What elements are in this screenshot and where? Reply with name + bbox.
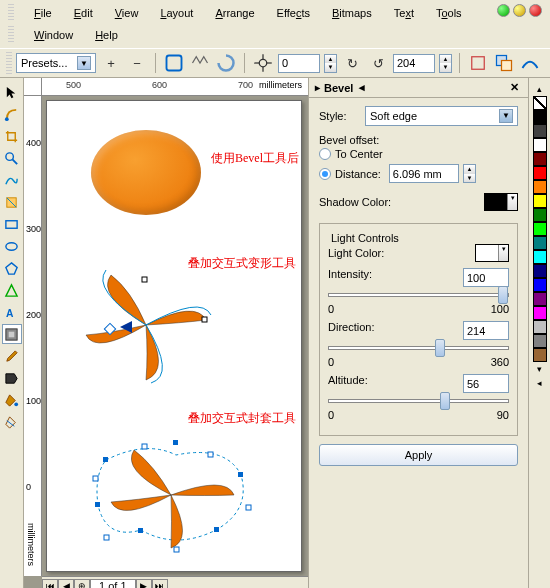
color-swatch[interactable] [533,222,547,236]
color-swatch[interactable] [533,180,547,194]
drawing-page[interactable]: 使用Bevel工具后 叠加交互式变形工具 叠加交互式封套工具 [46,100,302,572]
menu-handle[interactable] [8,26,14,44]
color-swatch[interactable] [533,334,547,348]
color-swatch[interactable] [533,250,547,264]
rectangle-tool[interactable] [2,214,22,234]
altitude-input[interactable] [463,374,509,393]
rotation-input[interactable] [278,54,320,73]
light-color-picker[interactable]: ▾ [475,244,509,262]
no-color-swatch[interactable] [533,96,547,110]
bevel-ellipse-shape[interactable] [91,130,201,215]
color-swatch[interactable] [533,194,547,208]
menu-bitmaps[interactable]: Bitmaps [326,5,378,21]
color-swatch[interactable] [533,152,547,166]
radio-tocenter[interactable]: To Center [319,146,518,162]
maximize-button[interactable] [513,4,526,17]
page-prev-button[interactable]: ◀ [58,579,74,589]
zoom-tool[interactable] [2,148,22,168]
crop-tool[interactable] [2,126,22,146]
clear-distort-icon[interactable] [467,52,489,74]
distance-input[interactable] [389,164,459,183]
radio-distance[interactable]: Distance: ▲▼ [319,162,518,185]
pick-tool[interactable] [2,82,22,102]
preset-remove-button[interactable]: − [126,52,148,74]
rotate-cw-icon[interactable]: ↻ [341,52,363,74]
polygon-tool[interactable] [2,258,22,278]
page-next-button[interactable]: ▶ [136,579,152,589]
menu-effects[interactable]: Effects [271,5,316,21]
fill-tool[interactable] [2,390,22,410]
interactive-fill-tool[interactable] [2,412,22,432]
palette-up-icon[interactable]: ▴ [537,84,542,94]
menu-help[interactable]: Help [89,27,124,43]
color-swatch[interactable] [533,348,547,362]
ruler-horizontal[interactable]: 500 600 700 millimeters [42,78,308,96]
docker-expand-icon[interactable]: ▸ [315,82,320,93]
menu-file[interactable]: File [28,5,58,21]
convert-curves-icon[interactable] [519,52,541,74]
text-tool[interactable]: A [2,302,22,322]
color-swatch[interactable] [533,264,547,278]
presets-combo[interactable]: Presets... ▼ [16,53,96,73]
menu-handle[interactable] [8,4,14,22]
intensity-slider[interactable] [328,293,509,297]
minimize-button[interactable] [497,4,510,17]
color-swatch[interactable] [533,292,547,306]
page-last-button[interactable]: ⏭ [152,579,168,589]
copy-properties-icon[interactable] [493,52,515,74]
page-add-button[interactable]: ⊕ [74,579,90,589]
radio-icon[interactable] [319,168,331,180]
color-swatch[interactable] [533,278,547,292]
color-swatch[interactable] [533,110,547,124]
menu-tools[interactable]: Tools [430,5,468,21]
menu-window[interactable]: Window [28,27,79,43]
docker-close-icon[interactable]: ✕ [507,81,522,94]
menu-layout[interactable]: Layout [154,5,199,21]
page-first-button[interactable]: ⏮ [42,579,58,589]
distort-swirl-shape[interactable] [76,265,216,385]
chevron-down-icon[interactable]: ▼ [499,109,513,123]
color-swatch[interactable] [533,138,547,152]
menu-arrange[interactable]: Arrange [209,5,260,21]
direction-slider[interactable] [328,346,509,350]
outline-tool[interactable] [2,368,22,388]
color-swatch[interactable] [533,124,547,138]
basic-shapes-tool[interactable] [2,280,22,300]
apply-button[interactable]: Apply [319,444,518,466]
freehand-tool[interactable] [2,170,22,190]
eyedropper-tool[interactable] [2,346,22,366]
altitude-slider[interactable] [328,399,509,403]
menu-view[interactable]: View [109,5,145,21]
color-swatch[interactable] [533,166,547,180]
chevron-down-icon[interactable]: ▼ [77,56,91,70]
distort-zipper-icon[interactable] [189,52,211,74]
amplitude-spinner[interactable]: ▲▼ [439,54,452,73]
rotate-ccw-icon[interactable]: ↺ [367,52,389,74]
ruler-origin[interactable] [24,78,42,96]
interactive-tool[interactable] [2,324,22,344]
color-swatch[interactable] [533,208,547,222]
envelope-swirl-shape[interactable] [86,430,256,560]
menu-text[interactable]: Text [388,5,420,21]
palette-down-icon[interactable]: ▾ [537,364,542,374]
ruler-vertical[interactable]: 400 300 200 100 0 millimeters [24,96,42,576]
distance-spinner[interactable]: ▲▼ [463,164,476,183]
center-icon[interactable] [252,52,274,74]
intensity-input[interactable] [463,268,509,287]
shadow-color-picker[interactable]: ▾ [484,193,518,211]
color-swatch[interactable] [533,306,547,320]
preset-add-button[interactable]: + [100,52,122,74]
color-swatch[interactable] [533,320,547,334]
menu-edit[interactable]: Edit [68,5,99,21]
close-button[interactable] [529,4,542,17]
canvas-area[interactable]: 500 600 700 millimeters 400 300 200 100 … [24,78,308,588]
palette-flyout-icon[interactable]: ◂ [537,378,542,388]
radio-icon[interactable] [319,148,331,160]
docker-titlebar[interactable]: ▸ Bevel ◂ ✕ [309,78,528,98]
distort-twister-icon[interactable] [215,52,237,74]
docker-menu-icon[interactable]: ◂ [359,81,365,94]
style-combo[interactable]: Soft edge ▼ [365,106,518,126]
toolbar-handle[interactable] [6,52,12,74]
smart-fill-tool[interactable] [2,192,22,212]
direction-input[interactable] [463,321,509,340]
